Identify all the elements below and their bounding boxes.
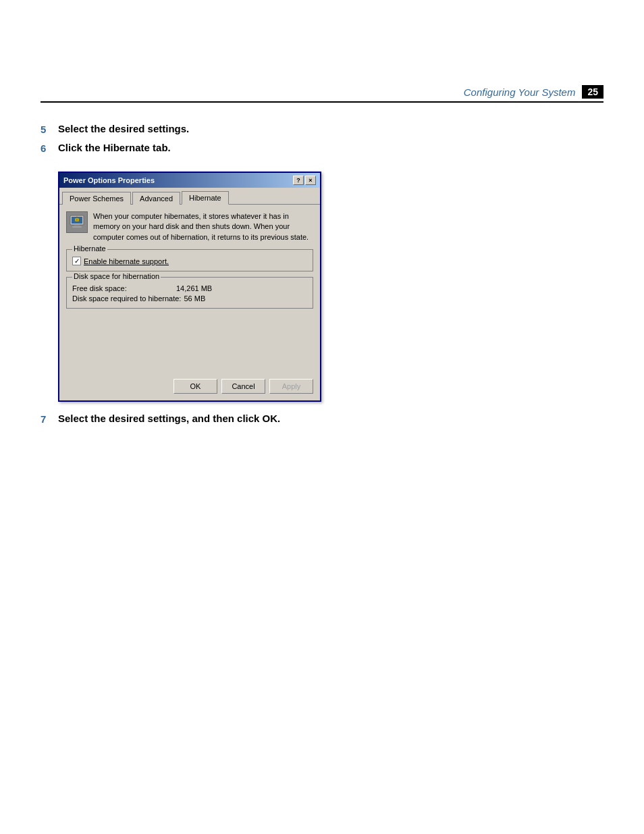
hibernate-group: Hibernate ✓ Enable hibernate support.	[66, 249, 313, 271]
titlebar-buttons: ? ×	[293, 176, 316, 185]
tab-power-schemes[interactable]: Power Schemes	[62, 192, 131, 205]
svg-rect-5	[76, 219, 78, 221]
step-6: 6 Click the Hibernate tab.	[41, 142, 603, 154]
free-disk-label: Free disk space:	[72, 284, 173, 292]
free-disk-value: 14,261 MB	[176, 284, 212, 292]
disk-space-group: Disk space for hibernation Free disk spa…	[66, 277, 313, 309]
page-header: Configuring Your System 25	[41, 81, 603, 103]
enable-hibernate-row: ✓ Enable hibernate support.	[72, 257, 307, 265]
apply-button[interactable]: Apply	[269, 379, 313, 394]
svg-rect-3	[72, 226, 82, 228]
power-options-dialog: Power Options Properties ? × Power Schem…	[58, 172, 321, 402]
help-button[interactable]: ?	[293, 176, 304, 185]
step-7: 7 Select the desired settings, and then …	[41, 413, 603, 425]
dialog-titlebar: Power Options Properties ? ×	[59, 173, 320, 188]
step-5-text: Select the desired settings.	[58, 123, 189, 134]
step-6-text: Click the Hibernate tab.	[58, 142, 171, 153]
step-5: 5 Select the desired settings.	[41, 123, 603, 135]
required-disk-value: 56 MB	[184, 294, 205, 303]
content-area: 5 Select the desired settings. 6 Click t…	[41, 103, 603, 425]
step-7-text: Select the desired settings, and then cl…	[58, 413, 280, 424]
page-header-title: Configuring Your System	[464, 86, 576, 98]
close-button[interactable]: ×	[305, 176, 316, 185]
enable-hibernate-label: Enable hibernate support.	[84, 257, 169, 265]
dialog-body: When your computer hibernates, it stores…	[59, 205, 320, 375]
tab-strip: Power Schemes Advanced Hibernate	[59, 188, 320, 205]
hibernate-icon	[66, 211, 88, 233]
step-6-number: 6	[41, 142, 58, 154]
required-disk-row: Disk space required to hibernate: 56 MB	[72, 294, 307, 303]
hibernate-description: When your computer hibernates, it stores…	[93, 211, 313, 242]
step-5-number: 5	[41, 123, 58, 135]
free-disk-row: Free disk space: 14,261 MB	[72, 284, 307, 292]
enable-hibernate-checkbox[interactable]: ✓	[72, 257, 81, 265]
dialog-buttons-row: OK Cancel Apply	[59, 375, 320, 400]
dialog-title: Power Options Properties	[63, 176, 155, 184]
hibernate-info: When your computer hibernates, it stores…	[66, 211, 313, 242]
hibernate-group-title: Hibernate	[72, 244, 107, 253]
ok-button[interactable]: OK	[173, 379, 217, 394]
tab-hibernate[interactable]: Hibernate	[182, 191, 229, 205]
dialog-spacer	[66, 314, 313, 368]
disk-space-group-title: Disk space for hibernation	[72, 272, 161, 280]
tab-advanced[interactable]: Advanced	[132, 192, 180, 205]
required-disk-label: Disk space required to hibernate:	[72, 294, 181, 303]
step-7-number: 7	[41, 413, 58, 425]
svg-rect-2	[74, 225, 80, 226]
page-number: 25	[582, 85, 603, 99]
cancel-button[interactable]: Cancel	[221, 379, 265, 394]
dialog-screenshot: Power Options Properties ? × Power Schem…	[58, 172, 321, 402]
